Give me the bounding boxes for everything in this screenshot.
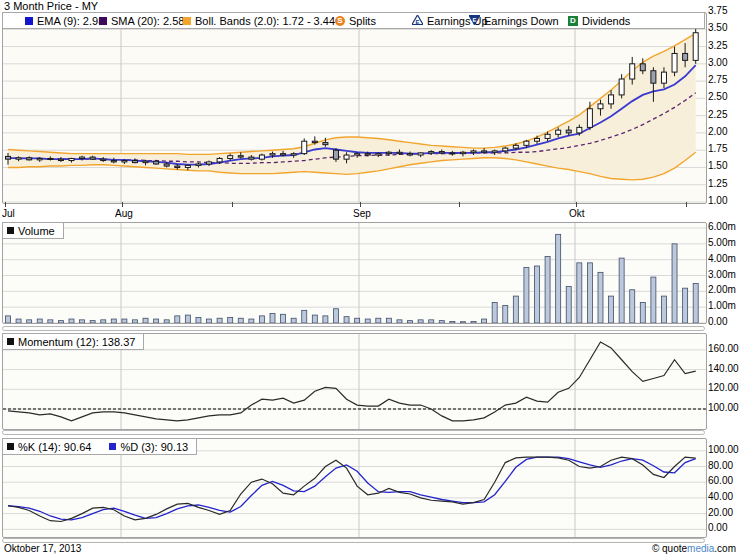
panel-divider xyxy=(2,326,705,331)
axis-label: 2.00 xyxy=(708,126,727,138)
legend-item-ema: EMA (9): 2.98 xyxy=(25,14,104,27)
axis-label: 40.00 xyxy=(708,491,733,503)
legend-item-earnings-down: E Earnings Down xyxy=(469,14,559,27)
time-axis: JulAugSepOkt xyxy=(2,202,705,220)
panel-divider xyxy=(2,538,705,543)
copyright-pre: © quote xyxy=(652,543,687,554)
momentum-swatch-icon xyxy=(7,338,14,345)
svg-text:E: E xyxy=(415,18,419,24)
time-tick xyxy=(459,202,460,207)
axis-label: 5.00m xyxy=(708,237,736,249)
axis-label: 1.50 xyxy=(708,160,727,172)
axis-label: 3.00 xyxy=(708,57,727,69)
splits-icon: S xyxy=(335,16,345,26)
stoch-k-label: %K (14): 90.64 xyxy=(18,441,91,453)
axis-label: 1.00m xyxy=(708,300,736,312)
axis-label: 160.00 xyxy=(708,343,739,355)
legend-item-sma: SMA (20): 2.58 xyxy=(99,14,184,27)
axis-label: 60.00 xyxy=(708,475,733,487)
stoch-d-label: %D (3): 90.13 xyxy=(120,441,188,453)
stock-chart-page: 3 Month Price - MY EMA (9): 2.98 SMA (20… xyxy=(0,0,740,558)
axis-label: 2.75 xyxy=(708,74,727,86)
page-title: 3 Month Price - MY xyxy=(4,0,98,12)
time-tick xyxy=(122,202,123,207)
axis-label: 120.00 xyxy=(708,382,739,394)
axis-label: 140.00 xyxy=(708,363,739,375)
axis-label: 2.00m xyxy=(708,284,736,296)
time-tick xyxy=(5,202,6,207)
axis-label: 2.50 xyxy=(708,91,727,103)
time-tick xyxy=(576,202,577,207)
legend-ema-label: EMA (9): 2.98 xyxy=(37,15,104,27)
legend-dividends-label: Dividends xyxy=(582,15,630,27)
axis-label: 80.00 xyxy=(708,460,733,472)
time-tick xyxy=(686,202,687,207)
legend-earnings-down-label: Earnings Down xyxy=(484,15,559,27)
legend-boll-label: Boll. Bands (2.0): 1.72 - 3.44 xyxy=(195,15,335,27)
stoch-k-swatch-icon xyxy=(7,443,14,450)
volume-label: Volume xyxy=(18,225,55,237)
price-plot xyxy=(3,13,706,203)
axis-label: 1.25 xyxy=(708,178,727,190)
footer-copyright: © quotemedia.com xyxy=(652,543,736,554)
price-panel xyxy=(2,12,707,204)
volume-plot xyxy=(3,223,706,323)
copyright-post: .com xyxy=(714,543,736,554)
volume-panel xyxy=(2,222,707,324)
axis-label: 0.00 xyxy=(708,522,727,534)
legend-sma-label: SMA (20): 2.58 xyxy=(111,15,184,27)
axis-label: 3.75 xyxy=(708,5,727,17)
momentum-label-box: Momentum (12): 138.37 xyxy=(2,333,144,350)
dividends-icon: D xyxy=(568,16,578,26)
legend-item-boll: Boll. Bands (2.0): 1.72 - 3.44 xyxy=(183,14,335,27)
legend-splits-label: Splits xyxy=(349,15,376,27)
axis-label: 100.00 xyxy=(708,444,739,456)
axis-label: 100.00 xyxy=(708,402,739,414)
legend-item-splits: S Splits xyxy=(335,14,376,27)
month-label: Jul xyxy=(2,208,15,219)
axis-label: 1.00 xyxy=(708,195,727,207)
ema-swatch-icon xyxy=(25,17,33,25)
bollinger-swatch-icon xyxy=(183,17,191,25)
volume-label-box: Volume xyxy=(2,222,64,239)
legend-item-dividends: D Dividends xyxy=(568,14,630,27)
axis-label: 20.00 xyxy=(708,507,733,519)
month-label: Aug xyxy=(115,208,133,219)
earnings-down-icon: E xyxy=(469,15,480,27)
volume-swatch-icon xyxy=(7,227,14,234)
axis-label: 3.25 xyxy=(708,40,727,52)
axis-label: 2.25 xyxy=(708,109,727,121)
earnings-up-icon: E xyxy=(412,15,423,27)
time-tick xyxy=(360,202,361,207)
copyright-brand: media xyxy=(687,543,714,554)
month-label: Sep xyxy=(353,208,371,219)
axis-label: 4.00m xyxy=(708,253,736,265)
month-label: Okt xyxy=(569,208,585,219)
legend-bar: EMA (9): 2.98 SMA (20): 2.58 Boll. Bands… xyxy=(2,12,705,29)
footer-date: Oktober 17, 2013 xyxy=(4,543,81,554)
svg-text:E: E xyxy=(472,16,476,22)
stochastic-label-box: %K (14): 90.64 %D (3): 90.13 xyxy=(2,438,197,455)
sma-swatch-icon xyxy=(99,17,107,25)
stoch-d-swatch-icon xyxy=(109,443,116,450)
axis-label: 3.50 xyxy=(708,22,727,34)
axis-label: 0.00 xyxy=(708,316,727,328)
momentum-label: Momentum (12): 138.37 xyxy=(18,336,135,348)
panel-divider xyxy=(2,430,705,435)
axis-label: 3.00m xyxy=(708,269,736,281)
time-tick xyxy=(232,202,233,207)
axis-label: 1.75 xyxy=(708,143,727,155)
axis-label: 6.00m xyxy=(708,221,736,233)
